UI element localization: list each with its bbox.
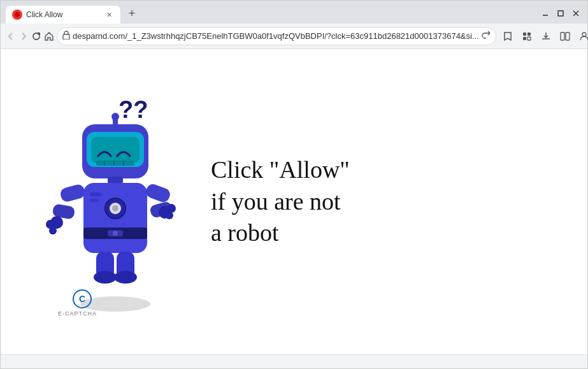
maximize-button[interactable] [554, 7, 567, 20]
profile-button[interactable] [575, 27, 588, 45]
url-text: desparnd.com/_1_Z3wstrhhqzjCB75EnelhTGBW… [73, 31, 479, 41]
refresh-button[interactable] [31, 27, 41, 45]
download-button[interactable] [537, 27, 555, 45]
svg-point-40 [49, 227, 57, 235]
svg-rect-36 [59, 183, 86, 203]
svg-rect-6 [527, 33, 531, 36]
captcha-line-3: a robot [211, 217, 350, 249]
minimize-button[interactable] [539, 7, 552, 20]
svg-point-25 [111, 113, 119, 120]
tab-favicon [12, 10, 22, 20]
svg-rect-34 [90, 192, 101, 196]
tab-bar: Click Allow ✕ + [6, 4, 539, 24]
svg-rect-35 [90, 199, 99, 202]
active-tab[interactable]: Click Allow ✕ [6, 6, 120, 24]
svg-rect-5 [523, 33, 526, 36]
svg-rect-19 [91, 137, 140, 163]
extensions-button[interactable] [518, 27, 536, 45]
browser-window: Click Allow ✕ + [0, 0, 588, 369]
svg-rect-9 [561, 33, 564, 40]
robot-illustration: ?? [39, 87, 192, 317]
back-button[interactable] [6, 27, 16, 45]
share-icon [482, 31, 491, 42]
close-button[interactable] [570, 7, 582, 20]
svg-text:C: C [79, 294, 85, 304]
split-view-button[interactable] [556, 27, 574, 45]
svg-point-11 [582, 33, 586, 36]
robot-svg: ?? [39, 87, 192, 317]
captcha-line-1: Click "Allow" [211, 154, 350, 185]
forward-button[interactable] [18, 27, 29, 45]
ecaptcha-logo: E-CAPTCHA [58, 309, 97, 317]
svg-point-48 [94, 271, 117, 284]
window-controls [539, 7, 582, 20]
captcha-container: ?? [39, 87, 350, 317]
title-bar: Click Allow ✕ + [1, 1, 587, 24]
bookmark-button[interactable] [499, 27, 517, 45]
svg-rect-8 [527, 37, 531, 40]
toolbar: desparnd.com/_1_Z3wstrhhqzjCB75EnelhTGBW… [1, 24, 587, 49]
svg-rect-41 [144, 182, 171, 204]
new-tab-button[interactable]: + [123, 4, 141, 22]
svg-rect-7 [523, 37, 526, 40]
svg-point-33 [112, 205, 118, 212]
svg-point-44 [167, 204, 176, 213]
lock-icon [62, 31, 70, 41]
svg-text:??: ?? [118, 96, 148, 123]
svg-rect-10 [566, 33, 570, 40]
page-content: ?? [1, 49, 587, 354]
svg-rect-4 [63, 34, 69, 40]
home-button[interactable] [44, 27, 54, 45]
svg-rect-20 [96, 161, 134, 166]
status-bar [1, 354, 587, 368]
toolbar-actions [499, 27, 588, 45]
svg-point-49 [114, 271, 137, 284]
tab-title: Click Allow [26, 10, 100, 19]
svg-point-45 [166, 212, 173, 219]
ecaptcha-label: E-CAPTCHA [58, 310, 97, 317]
svg-point-30 [113, 231, 118, 236]
address-bar[interactable]: desparnd.com/_1_Z3wstrhhqzjCB75EnelhTGBW… [57, 27, 496, 45]
captcha-message: Click "Allow" if you are not a robot [211, 154, 350, 249]
svg-rect-1 [558, 11, 563, 16]
tab-close-button[interactable]: ✕ [104, 10, 114, 20]
captcha-line-2: if you are not [211, 186, 350, 217]
